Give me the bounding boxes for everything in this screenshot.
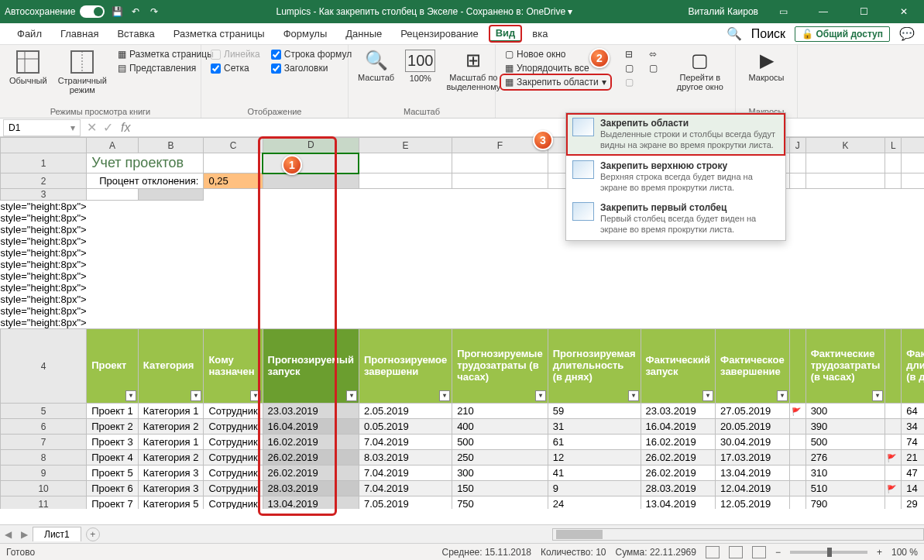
tab-file[interactable]: Файл xyxy=(9,25,50,43)
cell-10-L[interactable]: 🚩 xyxy=(885,481,902,496)
cell-10-H[interactable]: 28.03.2019 xyxy=(641,481,716,496)
table-header[interactable]: Прогнозируемые трудозатраты (в часах)▾ xyxy=(452,329,548,404)
ribbon-options-icon[interactable]: ▭ xyxy=(768,0,799,23)
cell-10-I[interactable]: 12.04.2019 xyxy=(716,481,790,496)
col-header-C[interactable]: C xyxy=(204,138,263,153)
cell-5-C[interactable]: Сотрудник xyxy=(204,404,263,419)
cell-8-K[interactable]: 276 xyxy=(805,450,885,466)
table-header[interactable]: Фактический запуск▾ xyxy=(641,329,716,404)
cell-5-B[interactable]: Категория 1 xyxy=(138,404,204,419)
cell-9-B[interactable]: Категория 3 xyxy=(138,466,204,481)
compare-button[interactable]: ▢ xyxy=(646,62,661,74)
cell-5-G[interactable]: 59 xyxy=(548,404,641,419)
row-header-10[interactable]: 10 xyxy=(1,481,87,496)
table-header[interactable]: Прогнозируемая длительность (в днях)▾ xyxy=(548,329,641,404)
table-header[interactable]: Фактическая длительность (в днях)▾ xyxy=(902,329,924,404)
cell-7-K[interactable]: 500 xyxy=(805,435,885,450)
tab-page-layout[interactable]: Разметка страницы xyxy=(166,25,273,43)
cell-8-L[interactable]: 🚩 xyxy=(885,450,902,466)
cell-8-M[interactable]: 21 xyxy=(902,450,924,466)
cell-11-A[interactable]: Проект 7 xyxy=(87,496,139,510)
freeze-panes-item[interactable]: Закрепить области Выделенные строки и ст… xyxy=(566,113,785,156)
cell-6-J[interactable] xyxy=(789,419,805,435)
cell-6-F[interactable]: 400 xyxy=(452,419,548,435)
cell-9-E[interactable]: 7.04.2019 xyxy=(359,466,452,481)
zoom-button[interactable]: 🔍Масштаб xyxy=(355,48,397,84)
cell-5-H[interactable]: 23.03.2019 xyxy=(641,404,716,419)
cell-7-C[interactable]: Сотрудник xyxy=(204,435,263,450)
cell-10-K[interactable]: 510 xyxy=(805,481,885,496)
normal-view-button[interactable]: Обычный xyxy=(6,48,50,87)
zoom-slider[interactable] xyxy=(790,551,867,554)
cell-8-E[interactable]: 8.03.2019 xyxy=(359,450,452,466)
cell-8-A[interactable]: Проект 4 xyxy=(87,450,139,466)
maximize-icon[interactable]: ☐ xyxy=(848,0,879,23)
cell-11-L[interactable] xyxy=(885,496,902,510)
add-sheet-button[interactable]: + xyxy=(86,527,100,541)
cell-6-K[interactable]: 390 xyxy=(805,419,885,435)
macros-button[interactable]: ▶Макросы xyxy=(742,48,791,84)
row-header-4[interactable]: 4 xyxy=(1,329,87,404)
cell-10-F[interactable]: 150 xyxy=(452,481,548,496)
save-icon[interactable]: 💾 xyxy=(111,5,123,18)
tab-review[interactable]: Рецензирование xyxy=(393,25,486,43)
table-header[interactable] xyxy=(789,329,805,404)
sheet-tab[interactable]: Лист1 xyxy=(33,527,81,541)
cell-9-K[interactable]: 310 xyxy=(805,466,885,481)
switch-windows-button[interactable]: ▢Перейти в другое окно xyxy=(672,48,729,93)
cell-10-D[interactable]: 28.03.2019 xyxy=(263,481,359,496)
cell-9-I[interactable]: 13.04.2019 xyxy=(716,466,790,481)
headings-checkbox[interactable]: Заголовки xyxy=(268,62,355,74)
table-header[interactable]: Прогнозируемый запуск▾ xyxy=(263,329,359,404)
sheet-nav-next[interactable]: ▶ xyxy=(16,529,33,540)
col-header-M[interactable]: M xyxy=(902,138,924,153)
zoom-selection-button[interactable]: ⊞Масштаб по выделенному xyxy=(443,48,503,93)
saved-location[interactable]: - Сохранено в: OneDrive ▾ xyxy=(461,6,573,17)
cell-10-M[interactable]: 14 xyxy=(902,481,924,496)
row-header-9[interactable]: 9 xyxy=(1,466,87,481)
cell-7-H[interactable]: 16.02.2019 xyxy=(641,435,716,450)
zoom-in-icon[interactable]: + xyxy=(877,547,882,558)
row-header-8[interactable]: 8 xyxy=(1,450,87,466)
zoom-100-button[interactable]: 100100% xyxy=(402,48,438,84)
sheet-nav-prev[interactable]: ◀ xyxy=(0,529,16,540)
table-header[interactable]: Проект▾ xyxy=(87,329,139,404)
col-header-E[interactable]: E xyxy=(359,138,452,153)
cell-5-L[interactable] xyxy=(885,404,902,419)
tab-home[interactable]: Главная xyxy=(53,25,106,43)
pagebreak-view-button[interactable]: Страничный режим xyxy=(55,48,110,96)
gridlines-checkbox[interactable]: Сетка xyxy=(208,62,263,74)
cell-5-I[interactable]: 27.05.2019 xyxy=(716,404,790,419)
col-header-B[interactable]: B xyxy=(138,138,204,153)
cell-7-A[interactable]: Проект 3 xyxy=(87,435,139,450)
cell-9-F[interactable]: 300 xyxy=(452,466,548,481)
table-header[interactable]: Кому назначен▾ xyxy=(204,329,263,404)
col-header-K[interactable]: K xyxy=(805,138,885,153)
cell-11-I[interactable]: 12.05.2019 xyxy=(716,496,790,510)
fx-button[interactable]: fx xyxy=(116,121,135,135)
cell-8-D[interactable]: 26.02.2019 xyxy=(263,450,359,466)
cell-7-G[interactable]: 61 xyxy=(548,435,641,450)
filter-icon[interactable]: ▾ xyxy=(702,390,713,401)
cell-6-L[interactable] xyxy=(885,419,902,435)
deviation-value[interactable]: 0,25 xyxy=(204,173,263,189)
cell-7-L[interactable] xyxy=(885,435,902,450)
cell-10-J[interactable] xyxy=(789,481,805,496)
cell-8-H[interactable]: 26.02.2019 xyxy=(641,450,716,466)
cell-6-D[interactable]: 16.04.2019 xyxy=(263,419,359,435)
sync-scroll-button[interactable]: ⬄ xyxy=(646,48,661,60)
cell-9-H[interactable]: 26.02.2019 xyxy=(641,466,716,481)
row-header-7[interactable]: 7 xyxy=(1,435,87,450)
cell-7-I[interactable]: 30.04.2019 xyxy=(716,435,790,450)
cell-7-F[interactable]: 500 xyxy=(452,435,548,450)
tab-view[interactable]: Вид xyxy=(489,26,522,42)
row-header-11[interactable]: 11 xyxy=(1,496,87,510)
share-button[interactable]: 🔓 Общий доступ xyxy=(795,26,890,42)
cell-8-G[interactable]: 12 xyxy=(548,450,641,466)
filter-icon[interactable]: ▾ xyxy=(535,390,546,401)
filter-icon[interactable]: ▾ xyxy=(125,390,136,401)
cell-6-G[interactable]: 31 xyxy=(548,419,641,435)
filter-icon[interactable]: ▾ xyxy=(439,390,450,401)
cell-5-E[interactable]: 2.05.2019 xyxy=(359,404,452,419)
zoom-out-icon[interactable]: − xyxy=(775,547,781,558)
